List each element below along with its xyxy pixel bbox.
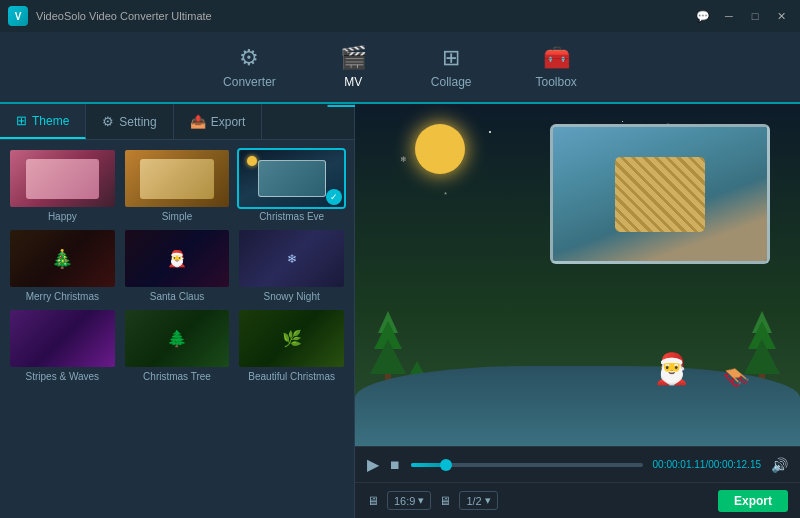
tab-export[interactable]: 📤 Export <box>174 104 263 139</box>
current-time: 00:00:01.11 <box>653 459 706 470</box>
theme-happy[interactable]: Happy <box>8 148 117 222</box>
nav-converter-label: Converter <box>223 75 276 89</box>
theme-santa-thumb: 🎅 <box>123 228 232 289</box>
aspect-ratio-value: 16:9 <box>394 495 415 507</box>
app-logo: V <box>8 6 28 26</box>
theme-tree-label: Christmas Tree <box>123 371 232 382</box>
theme-stripes-waves[interactable]: Stripes & Waves <box>8 308 117 382</box>
maximize-button[interactable]: □ <box>744 7 766 25</box>
setting-tab-label: Setting <box>119 115 156 129</box>
title-bar: V VideoSolo Video Converter Ultimate 💬 ─… <box>0 0 800 32</box>
panel-tabs: ⊞ Theme ⚙ Setting 📤 Export <box>0 104 354 140</box>
page-dropdown-icon: ▾ <box>485 494 491 507</box>
page-select[interactable]: 1/2 ▾ <box>459 491 497 510</box>
nav-bar: ⚙ Converter 🎬 MV ⊞ Collage 🧰 Toolbox <box>0 32 800 104</box>
theme-snowy-thumb: ❄ <box>237 228 346 289</box>
stop-button[interactable]: ⏹ <box>389 458 401 472</box>
theme-merry-label: Merry Christmas <box>8 291 117 302</box>
app-title: VideoSolo Video Converter Ultimate <box>36 10 212 22</box>
preview-area: ❄ * ❄ * ❄ * <box>355 104 800 446</box>
theme-merry-thumb: 🎄 <box>8 228 117 289</box>
theme-simple-thumb <box>123 148 232 209</box>
total-time: 00:00:12.15 <box>708 459 761 470</box>
nav-collage[interactable]: ⊞ Collage <box>419 37 484 97</box>
theme-tree-thumb: 🌲 <box>123 308 232 369</box>
tab-theme[interactable]: ⊞ Theme <box>0 104 86 139</box>
nav-converter[interactable]: ⚙ Converter <box>211 37 288 97</box>
controls-bar: ▶ ⏹ 00:00:01.11/00:00:12.15 🔊 <box>355 446 800 482</box>
close-button[interactable]: ✕ <box>770 7 792 25</box>
theme-christmas-eve-label: Christmas Eve <box>237 211 346 222</box>
format-left: 🖥 16:9 ▾ 🖥 1/2 ▾ <box>367 491 498 510</box>
theme-beautiful-christmas[interactable]: 🌿 Beautiful Christmas <box>237 308 346 382</box>
main-content: ⊞ Theme ⚙ Setting 📤 Export Happy <box>0 104 800 518</box>
nav-toolbox[interactable]: 🧰 Toolbox <box>524 37 589 97</box>
volume-icon[interactable]: 🔊 <box>771 457 788 473</box>
theme-christmas-eve[interactable]: Current ✓ Christmas Eve <box>237 148 346 222</box>
theme-beautiful-label: Beautiful Christmas <box>237 371 346 382</box>
export-tab-label: Export <box>211 115 246 129</box>
screen-icon: 🖥 <box>367 494 379 508</box>
mv-icon: 🎬 <box>340 45 367 71</box>
nav-collage-label: Collage <box>431 75 472 89</box>
comment-button[interactable]: 💬 <box>692 7 714 25</box>
video-frame <box>550 124 770 264</box>
aspect-ratio-select[interactable]: 16:9 ▾ <box>387 491 431 510</box>
theme-simple[interactable]: Simple <box>123 148 232 222</box>
checkmark-icon: ✓ <box>326 189 342 205</box>
format-bar: 🖥 16:9 ▾ 🖥 1/2 ▾ Export <box>355 482 800 518</box>
title-bar-left: V VideoSolo Video Converter Ultimate <box>8 6 212 26</box>
export-tab-icon: 📤 <box>190 114 206 129</box>
theme-christmas-tree[interactable]: 🌲 Christmas Tree <box>123 308 232 382</box>
theme-tab-icon: ⊞ <box>16 113 27 128</box>
theme-stripes-thumb <box>8 308 117 369</box>
theme-beautiful-thumb: 🌿 <box>237 308 346 369</box>
export-button[interactable]: Export <box>718 490 788 512</box>
theme-happy-thumb <box>8 148 117 209</box>
time-display: 00:00:01.11/00:00:12.15 <box>653 459 761 470</box>
page-value: 1/2 <box>466 495 481 507</box>
theme-stripes-label: Stripes & Waves <box>8 371 117 382</box>
monitor-icon: 🖥 <box>439 494 451 508</box>
theme-santa-claus[interactable]: 🎅 Santa Claus <box>123 228 232 302</box>
theme-santa-label: Santa Claus <box>123 291 232 302</box>
nav-mv[interactable]: 🎬 MV <box>328 37 379 97</box>
nav-mv-label: MV <box>344 75 362 89</box>
basket-weave <box>615 157 705 232</box>
theme-snowy-label: Snowy Night <box>237 291 346 302</box>
setting-tab-icon: ⚙ <box>102 114 114 129</box>
progress-bar[interactable] <box>411 463 643 467</box>
converter-icon: ⚙ <box>239 45 259 71</box>
theme-happy-label: Happy <box>8 211 117 222</box>
play-button[interactable]: ▶ <box>367 455 379 474</box>
progress-thumb <box>440 459 452 471</box>
tree-bottom-layer <box>370 339 406 374</box>
left-panel: ⊞ Theme ⚙ Setting 📤 Export Happy <box>0 104 355 518</box>
tab-setting[interactable]: ⚙ Setting <box>86 104 173 139</box>
nav-toolbox-label: Toolbox <box>536 75 577 89</box>
minimize-button[interactable]: ─ <box>718 7 740 25</box>
moon <box>415 124 465 174</box>
title-bar-controls: 💬 ─ □ ✕ <box>692 7 792 25</box>
theme-christmas-eve-thumb: Current ✓ <box>237 148 346 209</box>
video-frame-inner <box>553 127 767 261</box>
theme-merry-christmas[interactable]: 🎄 Merry Christmas <box>8 228 117 302</box>
sleigh-figure: 🛷 <box>723 365 750 391</box>
santa-figure: 🎅 <box>653 351 690 386</box>
theme-simple-label: Simple <box>123 211 232 222</box>
basket <box>615 157 705 232</box>
right-panel: ❄ * ❄ * ❄ * <box>355 104 800 518</box>
theme-snowy-night[interactable]: ❄ Snowy Night <box>237 228 346 302</box>
toolbox-icon: 🧰 <box>543 45 570 71</box>
theme-grid: Happy Simple Current <box>0 140 354 518</box>
theme-tab-label: Theme <box>32 114 69 128</box>
aspect-dropdown-icon: ▾ <box>418 494 424 507</box>
collage-icon: ⊞ <box>442 45 460 71</box>
